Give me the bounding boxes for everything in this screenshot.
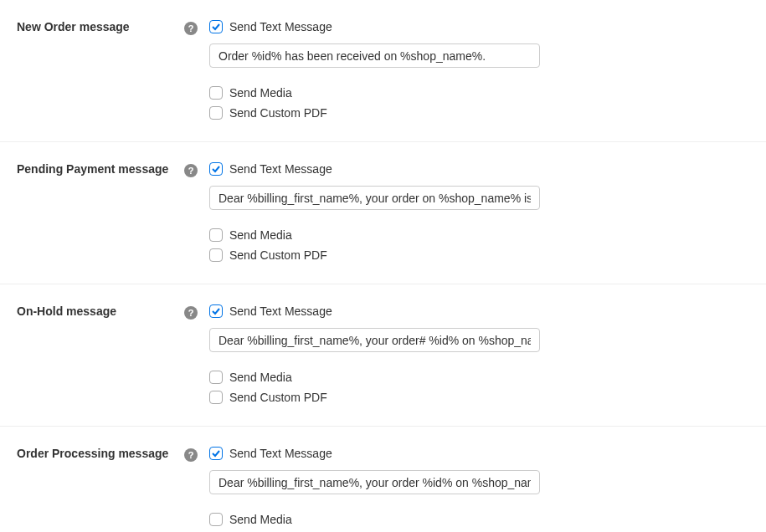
checkbox-send-text[interactable] — [209, 447, 223, 460]
checkbox-label[interactable]: Send Text Message — [229, 18, 332, 35]
checkbox-send-pdf[interactable] — [209, 391, 223, 404]
row-send-media: Send Media — [209, 84, 749, 101]
row-send-text: Send Text Message — [209, 445, 749, 462]
section-new-order: New Order message ? Send Text Message Se… — [0, 0, 766, 142]
help-icon[interactable]: ? — [184, 22, 198, 35]
label-new-order: New Order message — [17, 18, 184, 33]
row-send-text: Send Text Message — [209, 18, 749, 35]
help-icon[interactable]: ? — [184, 306, 198, 320]
label-order-processing: Order Processing message — [17, 445, 184, 460]
section-order-processing: Order Processing message ? Send Text Mes… — [0, 427, 766, 532]
checkbox-label[interactable]: Send Custom PDF — [229, 105, 327, 121]
input-order-processing-text[interactable] — [209, 470, 540, 494]
row-send-pdf: Send Custom PDF — [209, 247, 749, 263]
row-send-pdf: Send Custom PDF — [209, 389, 749, 406]
section-pending-payment: Pending Payment message ? Send Text Mess… — [0, 142, 766, 284]
checkbox-send-text[interactable] — [209, 162, 223, 176]
checkbox-send-media[interactable] — [209, 228, 223, 242]
checkbox-label[interactable]: Send Media — [229, 369, 292, 386]
help-icon[interactable]: ? — [184, 448, 198, 462]
checkbox-label[interactable]: Send Text Message — [229, 161, 332, 177]
input-on-hold-text[interactable] — [209, 328, 540, 352]
label-on-hold: On-Hold message — [17, 303, 184, 318]
row-send-pdf: Send Custom PDF — [209, 105, 749, 121]
row-send-text: Send Text Message — [209, 161, 749, 177]
checkbox-send-pdf[interactable] — [209, 106, 223, 120]
label-pending-payment: Pending Payment message — [17, 161, 184, 176]
checkbox-send-media[interactable] — [209, 513, 223, 526]
checkbox-label[interactable]: Send Media — [229, 511, 292, 528]
checkbox-label[interactable]: Send Text Message — [229, 445, 332, 462]
checkbox-label[interactable]: Send Media — [229, 84, 292, 101]
checkbox-label[interactable]: Send Media — [229, 227, 292, 243]
row-send-media: Send Media — [209, 227, 749, 243]
checkbox-send-media[interactable] — [209, 86, 223, 100]
input-new-order-text[interactable] — [209, 43, 540, 68]
row-send-media: Send Media — [209, 511, 749, 528]
checkbox-send-media[interactable] — [209, 371, 223, 384]
checkbox-label[interactable]: Send Text Message — [229, 303, 332, 320]
input-pending-payment-text[interactable] — [209, 186, 540, 210]
help-icon[interactable]: ? — [184, 164, 198, 177]
checkbox-send-text[interactable] — [209, 20, 223, 33]
row-send-text: Send Text Message — [209, 303, 749, 320]
checkbox-label[interactable]: Send Custom PDF — [229, 389, 327, 406]
checkbox-send-pdf[interactable] — [209, 248, 223, 262]
section-on-hold: On-Hold message ? Send Text Message Send… — [0, 284, 766, 427]
row-send-media: Send Media — [209, 369, 749, 386]
checkbox-send-text[interactable] — [209, 304, 223, 318]
checkbox-label[interactable]: Send Custom PDF — [229, 247, 327, 263]
